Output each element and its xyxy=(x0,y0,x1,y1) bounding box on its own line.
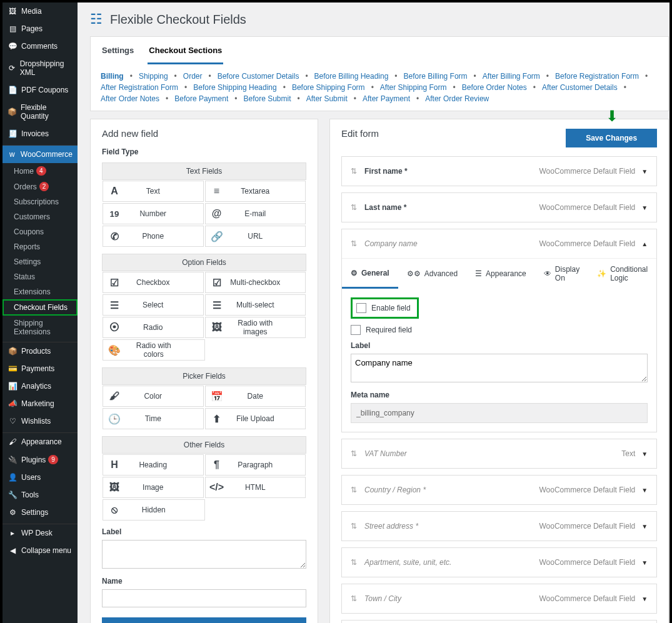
ft-radioimg[interactable]: 🖼Radio with images xyxy=(205,317,306,338)
ft-checkbox[interactable]: ☑Checkbox xyxy=(103,272,204,293)
expand-icon[interactable]: ▼ xyxy=(641,451,648,457)
sidebar-item[interactable]: 🧾Invoices xyxy=(3,125,78,142)
sidebar-item[interactable]: 💳Payments xyxy=(3,360,78,377)
form-field-row[interactable]: ⇅Apartment, suite, unit, etc.WooCommerce… xyxy=(341,547,657,577)
etab-display[interactable]: 👁 Display On xyxy=(535,259,588,289)
sidebar-woocommerce[interactable]: wWooCommerce xyxy=(3,146,78,163)
subsection-link[interactable]: Before Customer Details xyxy=(218,72,299,81)
add-field-button[interactable]: Add Field xyxy=(102,617,306,623)
subsection-link[interactable]: After Registration Form xyxy=(101,83,178,92)
sidebar-item[interactable]: 💬Comments xyxy=(3,37,78,55)
sidebar-item[interactable]: 🖌Appearance xyxy=(3,433,78,451)
sidebar-item[interactable]: 📣Marketing xyxy=(3,395,78,412)
save-changes-button[interactable]: Save Changes xyxy=(566,129,657,147)
ft-phone[interactable]: ✆Phone xyxy=(103,226,204,247)
form-field-row[interactable]: ⇅State / County *WooCommerce Default Fie… xyxy=(341,620,657,623)
etab-appearance[interactable]: ☰ Appearance xyxy=(466,259,535,289)
drag-icon[interactable]: ⇅ xyxy=(351,167,357,176)
ft-text[interactable]: AText xyxy=(103,181,204,202)
drag-icon[interactable]: ⇅ xyxy=(351,522,357,531)
expand-icon[interactable]: ▼ xyxy=(641,523,648,530)
expand-icon[interactable]: ▼ xyxy=(641,559,648,566)
sidebar-item[interactable]: 🖼Media xyxy=(3,2,78,20)
ft-heading[interactable]: HHeading xyxy=(103,454,204,476)
drag-icon[interactable]: ⇅ xyxy=(351,203,357,212)
ft-number[interactable]: 19Number xyxy=(103,203,204,224)
subsection-link[interactable]: Before Submit xyxy=(243,94,291,103)
drag-icon[interactable]: ⇅ xyxy=(351,239,357,248)
form-field-row[interactable]: ⇅Country / Region *WooCommerce Default F… xyxy=(341,475,657,505)
ft-date[interactable]: 📅Date xyxy=(205,386,306,407)
subsection-link[interactable]: Before Shipping Heading xyxy=(193,83,276,92)
ft-textarea[interactable]: ≡Textarea xyxy=(205,181,306,202)
sidebar-item[interactable]: ⚙Settings xyxy=(3,504,78,521)
sidebar-item[interactable]: 🔌Plugins9 xyxy=(3,451,78,469)
sidebar-item[interactable]: Reports xyxy=(3,239,78,254)
sidebar-item[interactable]: Subscriptions xyxy=(3,194,78,209)
ft-html[interactable]: </>HTML xyxy=(205,477,306,498)
sidebar-item[interactable]: Status xyxy=(3,269,78,284)
sidebar-item[interactable]: ▤Pages xyxy=(3,20,78,37)
form-field-row[interactable]: ⇅Last name *WooCommerce Default Field▼ xyxy=(341,192,657,222)
subsection-link[interactable]: After Submit xyxy=(306,94,348,103)
subsection-link[interactable]: Shipping xyxy=(139,72,168,81)
subsection-link[interactable]: After Customer Details xyxy=(542,83,618,92)
sidebar-item[interactable]: ◀Collapse menu xyxy=(3,542,78,559)
drag-icon[interactable]: ⇅ xyxy=(351,594,357,603)
name-input[interactable] xyxy=(102,589,306,607)
sidebar-item[interactable]: Home4 xyxy=(3,163,78,179)
sidebar-item[interactable]: Orders2 xyxy=(3,179,78,194)
expand-icon[interactable]: ▼ xyxy=(641,596,648,602)
sidebar-item[interactable]: 📊Analytics xyxy=(3,377,78,395)
sidebar-item[interactable]: Customers xyxy=(3,209,78,224)
subsection-link[interactable]: Before Payment xyxy=(174,94,228,103)
tab-checkout-sections[interactable]: Checkout Sections xyxy=(148,37,223,64)
drag-icon[interactable]: ⇅ xyxy=(351,486,357,494)
subsection-link[interactable]: After Billing Form xyxy=(483,72,540,81)
sidebar-item[interactable]: ▸WP Desk xyxy=(3,524,78,542)
ft-time[interactable]: 🕒Time xyxy=(103,408,204,429)
ft-multicheckbox[interactable]: ☑Multi-checkbox xyxy=(205,272,306,293)
sidebar-item[interactable]: 🔧Tools xyxy=(3,486,78,504)
subsection-link[interactable]: Before Billing Form xyxy=(404,72,468,81)
ft-hidden[interactable]: ⦸Hidden xyxy=(103,499,205,521)
expand-icon[interactable]: ▼ xyxy=(641,204,648,211)
ft-multiselect[interactable]: ☰Multi-select xyxy=(205,294,306,316)
subsection-link[interactable]: Billing xyxy=(101,72,124,81)
expand-icon[interactable]: ▼ xyxy=(641,168,648,175)
etab-advanced[interactable]: ⚙⚙ Advanced xyxy=(398,259,466,289)
subsection-link[interactable]: Before Registration Form xyxy=(555,72,639,81)
sidebar-item[interactable]: 👤Users xyxy=(3,469,78,486)
collapse-icon[interactable]: ▲ xyxy=(641,241,648,247)
field-label-input[interactable]: Company name xyxy=(351,354,648,382)
sidebar-item[interactable]: Extensions xyxy=(3,284,78,299)
drag-icon[interactable]: ⇅ xyxy=(351,558,357,567)
subsection-link[interactable]: Before Order Notes xyxy=(462,83,527,92)
ft-radiocolor[interactable]: 🎨Radio with colors xyxy=(103,339,205,361)
subsection-link[interactable]: After Order Review xyxy=(425,94,489,103)
subsection-link[interactable]: After Payment xyxy=(363,94,410,103)
expand-icon[interactable]: ▼ xyxy=(641,487,648,494)
drag-icon[interactable]: ⇅ xyxy=(351,449,357,458)
form-field-row[interactable]: ⇅Street address *WooCommerce Default Fie… xyxy=(341,511,657,541)
ft-paragraph[interactable]: ¶Paragraph xyxy=(205,454,306,476)
sidebar-item[interactable]: Checkout Fields xyxy=(3,299,78,316)
sidebar-item[interactable]: Shipping Extensions xyxy=(3,316,78,339)
ft-email[interactable]: @E-mail xyxy=(205,203,306,224)
form-field-row[interactable]: ⇅First name *WooCommerce Default Field▼ xyxy=(341,156,657,186)
etab-logic[interactable]: ✨ Conditional Logic xyxy=(588,259,656,289)
ft-color[interactable]: 🖌Color xyxy=(103,386,204,407)
ft-image[interactable]: 🖼Image xyxy=(103,477,204,498)
sidebar-item[interactable]: 📦Products xyxy=(3,342,78,360)
subsection-link[interactable]: Before Shipping Form xyxy=(292,83,365,92)
sidebar-item[interactable]: Settings xyxy=(3,254,78,269)
subsection-link[interactable]: After Shipping Form xyxy=(380,83,447,92)
enable-field-row[interactable]: Enable field xyxy=(351,297,419,319)
sidebar-item[interactable]: ♡Wishlists xyxy=(3,412,78,430)
ft-radio[interactable]: ⦿Radio xyxy=(103,317,204,338)
ft-url[interactable]: 🔗URL xyxy=(205,226,306,247)
sidebar-item[interactable]: ⟳Dropshipping XML xyxy=(3,55,78,81)
label-input[interactable] xyxy=(102,540,306,569)
sidebar-item[interactable]: 📦Flexible Quantity xyxy=(3,99,78,125)
sidebar-item[interactable]: Coupons xyxy=(3,224,78,239)
